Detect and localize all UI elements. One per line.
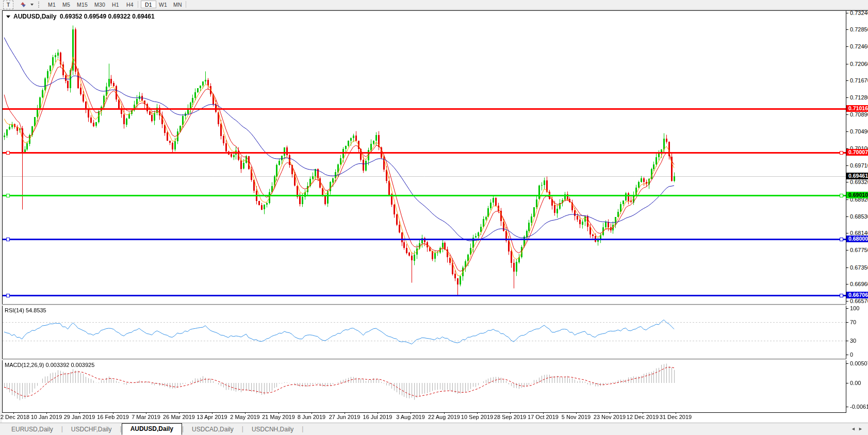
tab-eurusd[interactable]: EURUSD,Daily — [3, 424, 61, 435]
rsi-axis-tick — [846, 308, 848, 309]
price-axis-label: 0.72850 — [850, 26, 868, 32]
timeframe-button-mn[interactable]: MN — [170, 1, 186, 8]
price-axis-label: 0.66570 — [850, 298, 868, 304]
timeframe-button-h1[interactable]: H1 — [108, 1, 123, 8]
price-axis-tick — [846, 46, 848, 47]
price-axis-tick — [846, 267, 848, 268]
rsi-axis-label: 100 — [850, 305, 859, 311]
hline-drag-handle[interactable] — [840, 238, 843, 241]
chart-tabs: EURUSD,Daily|USDCHF,Daily|AUDUSD,Daily|U… — [3, 423, 303, 435]
hline-drag-handle[interactable] — [6, 151, 10, 155]
text-tool-icon: T — [7, 2, 10, 8]
toolbar-separator — [186, 1, 186, 8]
arrows-tool-button[interactable] — [19, 1, 28, 8]
tab-usdcnh[interactable]: USDCNH,Daily — [243, 424, 302, 435]
price-axis-tick — [846, 301, 848, 302]
chart-bottom-border — [2, 412, 846, 413]
macd-panel-canvas[interactable] — [3, 360, 846, 412]
hline-price-tag[interactable]: 0.66706 — [846, 292, 868, 298]
price-axis-tick — [846, 284, 848, 285]
text-tool-button[interactable]: T — [3, 1, 13, 9]
tab-usdchf[interactable]: USDCHF,Daily — [63, 424, 120, 435]
hline-drag-handle[interactable] — [6, 294, 10, 297]
arrow-down-icon — [22, 5, 26, 7]
timeframe-button-h4[interactable]: H4 — [123, 1, 137, 8]
price-axis-tick — [846, 233, 848, 233]
top-toolbar: T M1M5M15M30H1H4D1W1MN — [0, 0, 868, 10]
rsi-axis-label: 70 — [850, 319, 856, 325]
date-axis-label: 31 Dec 2019 — [655, 414, 696, 420]
price-axis-label: 0.67750 — [850, 247, 868, 253]
tab-separator: | — [302, 425, 303, 432]
bottom-tab-bar: EURUSD,Daily|USDCHF,Daily|AUDUSD,Daily|U… — [0, 423, 868, 435]
price-axis-tick — [846, 114, 848, 115]
price-axis-tick — [846, 216, 848, 217]
timeframe-button-d1[interactable]: D1 — [141, 1, 156, 8]
price-axis-label: 0.70890 — [850, 111, 868, 118]
price-axis-line — [846, 10, 846, 413]
price-axis-label: 0.67350 — [850, 264, 868, 271]
tab-usdcad[interactable]: USDCAD,Daily — [184, 424, 242, 435]
hline-drag-handle[interactable] — [840, 194, 843, 197]
hline-drag-handle[interactable] — [840, 151, 843, 155]
arrows-dropdown-button[interactable] — [29, 1, 35, 8]
rsi-axis-tick — [846, 355, 848, 355]
price-axis-tick — [846, 80, 848, 81]
price-axis-label: 0.72460 — [850, 43, 868, 49]
price-axis-label: 0.70490 — [850, 128, 868, 135]
price-axis-label: 0.69320 — [850, 179, 868, 185]
hline-price-tag[interactable]: 0.69010 — [846, 192, 868, 198]
hline-price-tag[interactable]: 0.68000 — [846, 236, 868, 242]
rsi-axis-label: 30 — [850, 338, 856, 344]
price-chart-canvas[interactable] — [3, 11, 846, 304]
symbol-dropdown-icon[interactable] — [6, 15, 10, 18]
rsi-axis-tick — [846, 322, 848, 323]
price-axis-label: 0.71280 — [850, 94, 868, 101]
rsi-axis-tick — [846, 341, 848, 341]
timeframe-button-w1[interactable]: W1 — [155, 1, 171, 8]
macd-axis-tick — [846, 363, 848, 364]
ohlc-high: 0.69549 — [84, 13, 106, 20]
hline-price-tag[interactable]: 0.70007 — [846, 149, 868, 156]
hline-price-tag[interactable]: 0.71016 — [846, 105, 868, 112]
price-axis-label: 0.72060 — [850, 61, 868, 67]
chevron-down-icon — [30, 4, 34, 6]
price-axis-tick — [846, 165, 848, 166]
price-axis-label: 0.68530 — [850, 213, 868, 220]
macd-axis-tick — [846, 383, 848, 383]
rsi-value: 54.8535 — [26, 307, 46, 313]
timeframe-button-m30[interactable]: M30 — [91, 1, 109, 8]
rsi-axis-label: 0 — [850, 352, 853, 358]
hline-drag-handle[interactable] — [6, 194, 10, 197]
rsi-name: RSI(14) — [5, 307, 24, 313]
scroll-left-arrow-icon[interactable]: ◄ — [851, 426, 856, 431]
price-axis-tick — [846, 182, 848, 182]
price-axis-tick — [846, 250, 848, 250]
macd-axis-label: 0.005076 — [850, 360, 868, 366]
timeframe-button-m5[interactable]: M5 — [59, 1, 74, 8]
toolbar-separator — [138, 1, 138, 8]
macd-axis-label: -0.006148 — [850, 404, 868, 410]
timeframe-button-m15[interactable]: M15 — [73, 1, 91, 8]
price-axis-tick — [846, 131, 848, 132]
ohlc-close: 0.69461 — [132, 13, 154, 20]
macd-axis-label: 0.00 — [850, 380, 861, 386]
timeframe-button-m1[interactable]: M1 — [44, 1, 59, 8]
tab-audusd[interactable]: AUDUSD,Daily — [122, 423, 182, 435]
toolbar-grip — [38, 2, 39, 8]
price-axis-label: 0.66960 — [850, 281, 868, 287]
chart-title: AUDUSD,Daily 0.69352 0.69549 0.69322 0.6… — [6, 13, 155, 20]
hline-drag-handle[interactable] — [6, 238, 10, 241]
rsi-panel-canvas[interactable] — [3, 306, 846, 359]
price-axis-tick — [846, 29, 848, 30]
hline-drag-handle[interactable] — [840, 294, 843, 297]
price-axis-tick — [846, 199, 848, 200]
macd-signal-value: 0.003925 — [71, 362, 94, 368]
macd-name: MACD(12,26,9) — [5, 362, 44, 368]
price-axis-label: 0.73240 — [850, 10, 868, 16]
rsi-label: RSI(14) 54.8535 — [5, 307, 46, 313]
price-axis-tick — [846, 97, 848, 98]
price-axis-tick — [846, 64, 848, 64]
scroll-right-arrow-icon[interactable]: ► — [858, 426, 863, 431]
ohlc-low: 0.69322 — [108, 13, 130, 20]
